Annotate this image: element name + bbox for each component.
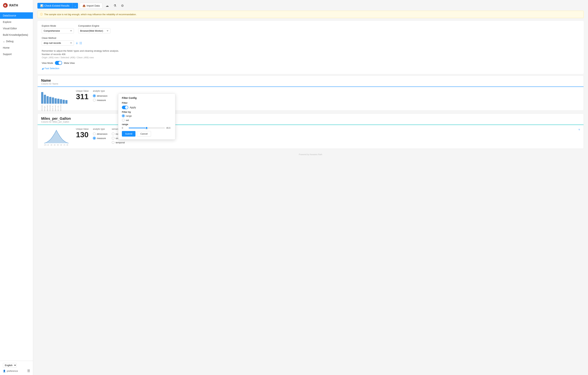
ordinal-radio[interactable] bbox=[112, 137, 115, 140]
filter-popup-title: Filter Config bbox=[122, 97, 172, 99]
bar-2 bbox=[44, 95, 46, 104]
label-5: buick sk... bbox=[52, 104, 54, 111]
unique-value-label: Unique Value bbox=[76, 90, 89, 92]
mpg-measure-dot bbox=[94, 137, 95, 139]
sidebar-item-home[interactable]: Home bbox=[0, 44, 33, 51]
bar-3 bbox=[47, 96, 49, 104]
download-icon[interactable]: ⇓ bbox=[76, 41, 78, 45]
sidebar-bottom: English 中文 👤 preference ☰ bbox=[0, 361, 33, 375]
sidebar-item-datasource[interactable]: DataSource bbox=[0, 12, 33, 19]
dimension-radio[interactable] bbox=[93, 94, 96, 97]
check-existed-dropdown[interactable]: ⌄ bbox=[72, 3, 78, 9]
set-radio[interactable] bbox=[122, 119, 125, 122]
cloud-icon[interactable]: ☁ bbox=[104, 3, 110, 8]
filter-apply-knob bbox=[125, 106, 128, 109]
filter-funnel-icon[interactable]: ▿ bbox=[578, 128, 580, 131]
measure-option[interactable]: measure bbox=[93, 99, 107, 101]
name-column-card: Name Column ID: Name bbox=[37, 75, 584, 111]
fast-selection-link[interactable]: ◢ Fast Selection bbox=[42, 67, 579, 70]
nominal-radio[interactable] bbox=[112, 132, 115, 135]
preference-button[interactable]: 👤 preference bbox=[3, 370, 18, 372]
svg-text:[10]: [10] bbox=[44, 144, 46, 146]
mpg-unique-number: 130 bbox=[76, 131, 89, 139]
clean-row: drop null records fill with mean fill wi… bbox=[42, 41, 579, 46]
reminder-text: Remember to adjust the fields' types and… bbox=[42, 50, 579, 52]
sidebar-item-support[interactable]: Support bbox=[0, 51, 33, 57]
bar-7 bbox=[57, 99, 59, 104]
settings-icon[interactable]: ⚙ bbox=[120, 3, 125, 8]
bar-10 bbox=[65, 100, 67, 104]
label-10 bbox=[65, 104, 67, 111]
filter-label: Filter bbox=[122, 101, 172, 104]
records-count: Number of records 406 bbox=[42, 53, 579, 56]
filter-cancel-button[interactable]: Cancel bbox=[137, 131, 151, 137]
filter-apply-row: Apply bbox=[122, 106, 172, 109]
bar-1 bbox=[41, 92, 43, 104]
mpg-measure-option[interactable]: measure bbox=[93, 137, 107, 140]
range-dot bbox=[123, 115, 124, 117]
mpg-unique-value: Unique Value 130 bbox=[76, 128, 89, 139]
filter-submit-button[interactable]: Submit bbox=[122, 131, 136, 137]
temporal-radio[interactable] bbox=[112, 141, 115, 144]
table-icon[interactable]: ☷ bbox=[79, 41, 82, 45]
range-min-value: 0 bbox=[122, 127, 127, 129]
meta-view-label: Meta View bbox=[64, 62, 75, 64]
range-max-value: 46.6 bbox=[166, 127, 172, 129]
mpg-dimension-radio[interactable] bbox=[93, 132, 96, 135]
user-icon: 👤 bbox=[3, 370, 6, 372]
filter-icon-fast: ◢ bbox=[42, 67, 43, 70]
language-select-input[interactable]: English 中文 bbox=[3, 363, 17, 367]
unique-value-number: 311 bbox=[76, 93, 89, 101]
menu-icon[interactable]: ☰ bbox=[27, 369, 30, 373]
columns-container: Name Column ID: Name bbox=[37, 75, 584, 149]
logo-icon bbox=[3, 3, 8, 8]
sidebar-item-visual-editor[interactable]: Visual Editor bbox=[0, 25, 33, 32]
sidebar-item-explore[interactable]: Explore bbox=[0, 19, 33, 25]
mpg-dimension-option[interactable]: dimension bbox=[93, 132, 107, 135]
mpg-bell-curve: [10] [2] [3] [4] [5] [6] [7] [8] bbox=[41, 128, 72, 146]
range-radio[interactable] bbox=[122, 114, 125, 117]
svg-text:[6]: [6] bbox=[61, 144, 62, 146]
range-slider[interactable] bbox=[129, 128, 165, 128]
clean-method-select[interactable]: drop null records fill with mean fill wi… bbox=[42, 41, 74, 46]
measure-radio[interactable] bbox=[93, 99, 96, 101]
explore-mode-select[interactable]: Comprehensive Balanced Fast bbox=[42, 28, 74, 33]
language-selector[interactable]: English 中文 bbox=[3, 363, 30, 367]
nav-menu: DataSource Explore Visual Editor Build K… bbox=[0, 11, 33, 361]
label-6: plymouth... bbox=[55, 104, 57, 111]
filter-apply-toggle[interactable] bbox=[122, 106, 128, 109]
name-card-header: Name Column ID: Name bbox=[38, 76, 584, 87]
sidebar-item-build-knowledge[interactable]: Build Knowledge(beta) bbox=[0, 32, 33, 38]
import-data-button[interactable]: 📥 Import Data bbox=[80, 3, 102, 9]
powered-by-footer: Powered by Kanaries Rath bbox=[37, 152, 584, 156]
range-section-label: range bbox=[122, 123, 172, 126]
flask-icon[interactable]: ⚗ bbox=[112, 3, 118, 8]
bar-5 bbox=[52, 97, 54, 104]
analytic-radio-group: dimension measure bbox=[93, 94, 107, 101]
warning-text: The sample size is not big enough, which… bbox=[44, 13, 136, 16]
svg-text:[7]: [7] bbox=[64, 144, 65, 146]
range-row: 0 46.6 bbox=[122, 127, 172, 129]
filter-by-radio-group: range set bbox=[122, 114, 172, 122]
dimension-dot bbox=[94, 95, 95, 97]
mpg-filter-icon-wrapper: ▿ bbox=[578, 128, 580, 131]
preference-row: 👤 preference ☰ bbox=[3, 369, 30, 373]
meta-view-toggle[interactable] bbox=[55, 61, 62, 65]
computation-engine-select[interactable]: Browser(Web Worker) Node Worker bbox=[78, 28, 110, 33]
check-existed-button[interactable]: 📊 Check Existed Results bbox=[37, 3, 72, 9]
mpg-measure-radio[interactable] bbox=[93, 137, 96, 140]
analytic-type-label: analytic type bbox=[93, 90, 107, 92]
bar-6 bbox=[55, 98, 57, 104]
dimension-option[interactable]: dimension bbox=[93, 94, 107, 97]
range-option[interactable]: range bbox=[122, 114, 172, 117]
set-option[interactable]: set bbox=[122, 119, 172, 122]
sidebar-item-debug[interactable]: ⌄ Debug bbox=[0, 38, 33, 44]
label-9 bbox=[63, 104, 65, 111]
filter-popup: Filter Config Filter Apply Filter by ran… bbox=[118, 93, 175, 140]
temporal-option[interactable]: temporal bbox=[112, 141, 126, 144]
svg-point-1 bbox=[6, 4, 6, 5]
filter-actions: Submit Cancel bbox=[122, 131, 172, 137]
app-logo: RATH bbox=[0, 0, 33, 11]
name-bar-chart bbox=[41, 90, 72, 104]
svg-text:[5]: [5] bbox=[57, 144, 59, 146]
